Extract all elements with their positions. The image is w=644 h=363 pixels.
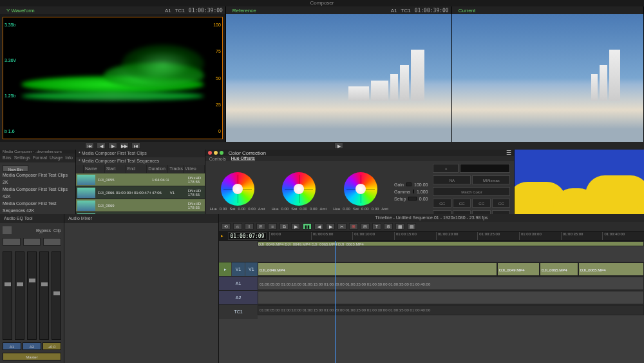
cc-titlebar[interactable]: Color Correction ☰ <box>205 150 515 156</box>
mid-row: Media Composer - .devmaker.com Bins Sett… <box>0 150 644 214</box>
waveform-channel[interactable]: A1 <box>165 8 171 14</box>
eq-fader[interactable] <box>27 251 37 340</box>
shadows-wheel[interactable]: Hue0.00Sat0.000.00Amt <box>209 172 266 211</box>
v1-lane[interactable]: DJI_0049.MP4DJI_0049.MP4DJI_0065.MP4DJI_… <box>258 262 644 276</box>
master-timecode[interactable]: 01:00:07:09 <box>228 232 267 240</box>
track-lanes[interactable]: DJI_0049.MP4 DJI_0049.MP4 DJI_0065.MP4 D… <box>258 241 644 363</box>
timeline-tool-button[interactable]: T <box>372 223 381 230</box>
timeline-tool-button[interactable]: ⧉ <box>279 223 289 230</box>
transport-end-icon[interactable]: ⏭ <box>131 142 140 149</box>
timeline-clip[interactable]: DJI_0049.MP4 <box>258 262 497 276</box>
timeline-tool-button[interactable]: ▶ <box>291 223 300 230</box>
ref-transport-play-icon[interactable]: ▶ <box>334 142 343 149</box>
bin-tab-usage[interactable]: Usage <box>50 153 62 162</box>
current-title[interactable]: Current <box>459 8 476 14</box>
timeline-tool-button[interactable]: ▮▮ <box>303 223 312 230</box>
eq-band-button[interactable] <box>3 238 21 246</box>
a1-lane[interactable]: 01:00:05:00 01:00:10:00 01:00:15:00 01:0… <box>258 276 644 290</box>
eq-ch-a2[interactable]: A2 <box>23 342 41 350</box>
transport-fwd-icon[interactable]: ▶▶ <box>120 142 129 149</box>
bin-tab-info[interactable]: Info <box>65 153 73 162</box>
minimize-icon[interactable] <box>214 151 218 155</box>
track-v1-rec[interactable]: V1 <box>245 262 258 276</box>
timeline-clip[interactable]: DJI_0049.MP4 <box>497 262 540 276</box>
cc-tab-controls[interactable]: Controls <box>209 157 226 161</box>
cc-preset[interactable]: CC <box>453 199 471 208</box>
cliplist-tab-2[interactable]: * Media Composer First Test Sequences <box>79 157 159 165</box>
tc-indicator-icon[interactable]: ▸ <box>219 233 225 239</box>
timeline-tool-button[interactable]: ⚙ <box>384 223 393 230</box>
lane-bar[interactable]: DJI_0049.MP4 DJI_0049.MP4 DJI_0065.MP4 D… <box>258 241 644 246</box>
new-bin-button[interactable]: New Bin <box>3 165 28 172</box>
reference-ch[interactable]: A1 <box>391 8 397 14</box>
reference-title[interactable]: Reference <box>232 8 256 14</box>
eq-title: Audio EQ Tool <box>0 214 64 223</box>
transport-back-icon[interactable]: ◀ <box>97 142 106 149</box>
eq-fader[interactable] <box>3 251 12 340</box>
timeline-tool-button[interactable]: I <box>245 223 254 230</box>
timeline-tool-button[interactable]: ✂ <box>337 223 346 230</box>
timeline-tool-button[interactable]: ⎌ <box>233 223 242 230</box>
gain-slider[interactable] <box>406 182 412 186</box>
timeline-clip[interactable]: DJI_0065.MP4 <box>540 262 578 276</box>
track-a2[interactable]: A2 <box>219 291 258 304</box>
close-icon[interactable] <box>208 151 212 155</box>
cc-preset[interactable]: CC <box>492 199 511 208</box>
playhead[interactable] <box>335 241 336 363</box>
timeline-tool-button[interactable]: ▦ <box>395 223 404 230</box>
cc-preset[interactable]: CC <box>472 199 491 208</box>
midtones-wheel[interactable]: Hue0.00Sat0.000.00Amt <box>270 172 327 211</box>
bin-tab-bins[interactable]: Bins <box>3 153 12 162</box>
eq-power-icon[interactable] <box>3 226 12 234</box>
bin-item[interactable]: Media Composer First Test Clips 2K <box>3 172 73 186</box>
cliplist-row[interactable]: DJI_0069.MP4DNxHD 178 55 <box>76 199 205 211</box>
eq-ch-a1[interactable]: A1 <box>3 342 21 350</box>
timeline-tool-button[interactable]: ▶ <box>326 223 335 230</box>
current-video[interactable] <box>452 14 643 142</box>
waveform-scope[interactable]: 3.35b 3.36V 1.25b b 1.6 100 75 50 25 0 <box>3 17 223 139</box>
timeline-tool-button[interactable]: ≡ <box>268 223 277 230</box>
bin-item[interactable]: Media Composer First Test Clips 42K <box>3 186 73 200</box>
zoom-icon[interactable] <box>220 151 223 155</box>
bin-tab-format[interactable]: Format <box>33 153 47 162</box>
match-color-button[interactable]: Match Color <box>433 187 510 196</box>
bin-tab-settings[interactable]: Settings <box>14 153 30 162</box>
timeline-tool-button[interactable]: E <box>256 223 265 230</box>
setup-slider[interactable] <box>408 197 417 201</box>
eq-fader[interactable] <box>15 251 24 340</box>
tc-lane[interactable]: 01:00:05:00 01:00:10:00 01:00:15:00 01:0… <box>258 304 644 319</box>
highlights-wheel[interactable]: Hue0.00Sat0.000.00Amt <box>332 172 389 211</box>
effect-preview[interactable] <box>515 150 644 214</box>
cliplist-row[interactable]: DJI_0066.MP401:00:00:0001:00:47:0647:06V… <box>76 186 205 199</box>
transport-start-icon[interactable]: ⏮ <box>85 142 94 149</box>
waveform-tc: 01:00:39:00 <box>189 8 223 14</box>
track-v1[interactable]: V1 <box>232 262 244 276</box>
cc-swatches[interactable] <box>460 164 510 173</box>
eq-master-button[interactable]: Master <box>3 353 61 360</box>
timeline-tool-button[interactable]: ⊞ <box>349 223 358 230</box>
cc-eyedropper-icon[interactable]: ⌖ <box>433 164 459 173</box>
cliplist-row[interactable]: DJI_0055.MP41:04:04:18DNxHD 178 55 <box>76 173 205 186</box>
cc-preset[interactable]: CC <box>433 199 451 208</box>
track-tc1[interactable]: TC1 <box>219 305 258 319</box>
eq-fader[interactable] <box>52 251 61 340</box>
cc-tab-hueoffsets[interactable]: Hue Offsets <box>231 156 255 161</box>
gamma-slider[interactable] <box>413 190 414 193</box>
eq-fader[interactable] <box>39 251 49 340</box>
track-a1[interactable]: A1 <box>219 277 258 290</box>
timeline-tool-button[interactable]: ⟲ <box>222 223 231 230</box>
bin-item[interactable]: Media Composer First Test Sequences 42K <box>3 200 73 214</box>
timeline-clip[interactable]: DJI_0065.MP4 <box>578 262 644 276</box>
panel-menu-icon[interactable]: ☰ <box>506 150 511 156</box>
reference-video[interactable] <box>226 14 451 142</box>
timeline-tool-button[interactable]: ▤ <box>407 223 416 230</box>
timeline-tool-button[interactable]: ⊟ <box>361 223 370 230</box>
timeline-tool-button[interactable]: ◀ <box>314 223 323 230</box>
track-src-v1[interactable]: ▸ <box>219 262 231 276</box>
a2-lane[interactable] <box>258 290 644 304</box>
time-ruler[interactable]: 00:0001:00:05:0001:00:10:0001:00:15:0001… <box>269 232 644 240</box>
cliplist-tab-1[interactable]: * Media Composer First Test Clips <box>79 150 147 157</box>
eq-band-button[interactable] <box>23 238 41 246</box>
transport-play-icon[interactable]: ▶ <box>108 142 117 149</box>
eq-band-button[interactable] <box>43 238 61 246</box>
